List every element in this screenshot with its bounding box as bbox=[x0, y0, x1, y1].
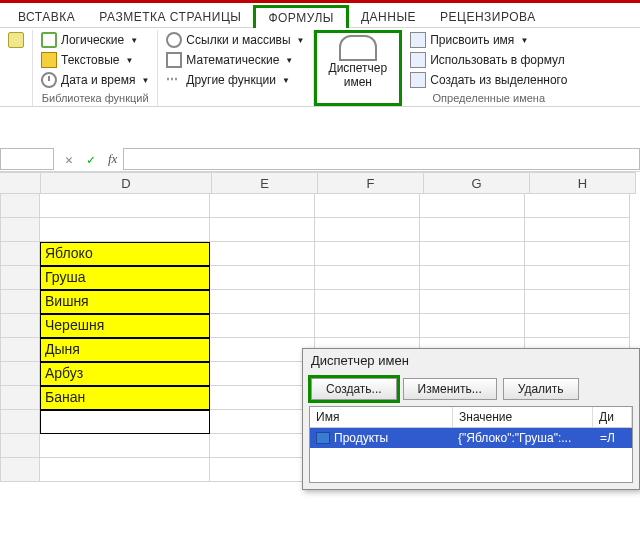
cell[interactable]: Вишня bbox=[40, 290, 210, 314]
cell[interactable] bbox=[210, 266, 315, 290]
tab-data[interactable]: ДАННЫЕ bbox=[349, 7, 428, 27]
cell[interactable] bbox=[210, 290, 315, 314]
cell[interactable] bbox=[525, 314, 630, 338]
cell[interactable] bbox=[420, 290, 525, 314]
cell[interactable] bbox=[315, 242, 420, 266]
tab-formulas[interactable]: ФОРМУЛЫ bbox=[253, 5, 349, 28]
name-manager-label-2: имен bbox=[344, 75, 372, 89]
datetime-button[interactable]: Дата и время▼ bbox=[37, 70, 153, 90]
chevron-down-icon: ▼ bbox=[282, 76, 290, 85]
cell[interactable] bbox=[420, 242, 525, 266]
math-button[interactable]: Математические▼ bbox=[162, 50, 308, 70]
cell[interactable]: Груша bbox=[40, 266, 210, 290]
cell[interactable]: Яблоко bbox=[40, 242, 210, 266]
row-header[interactable] bbox=[0, 338, 40, 362]
row-header[interactable] bbox=[0, 434, 40, 458]
cell[interactable] bbox=[210, 362, 315, 386]
fx-label[interactable]: fx bbox=[102, 151, 123, 167]
col-name-header[interactable]: Имя bbox=[310, 407, 453, 427]
tab-insert[interactable]: ВСТАВКА bbox=[6, 7, 87, 27]
chevron-down-icon: ▼ bbox=[297, 36, 305, 45]
cell[interactable] bbox=[525, 242, 630, 266]
cell[interactable] bbox=[210, 338, 315, 362]
cell[interactable] bbox=[525, 194, 630, 218]
col-value-header[interactable]: Значение bbox=[453, 407, 593, 427]
cancel-button[interactable]: ✕ bbox=[58, 152, 80, 167]
more-functions-button[interactable]: ⋯Другие функции▼ bbox=[162, 70, 308, 90]
cell[interactable] bbox=[420, 194, 525, 218]
col-header-e[interactable]: E bbox=[212, 172, 318, 194]
cell[interactable] bbox=[420, 314, 525, 338]
col-header-blank[interactable] bbox=[0, 172, 41, 194]
create-from-selection-label: Создать из выделенного bbox=[430, 73, 567, 87]
cell[interactable] bbox=[210, 386, 315, 410]
cell[interactable] bbox=[315, 218, 420, 242]
row-header[interactable] bbox=[0, 362, 40, 386]
cell[interactable] bbox=[40, 434, 210, 458]
name-row-selected[interactable]: Продукты {"Яблоко":"Груша":... =Л bbox=[310, 428, 632, 448]
cell[interactable] bbox=[40, 410, 210, 434]
row-header[interactable] bbox=[0, 386, 40, 410]
row-header[interactable] bbox=[0, 314, 40, 338]
cell[interactable] bbox=[315, 290, 420, 314]
col-header-d[interactable]: D bbox=[41, 172, 212, 194]
cell[interactable] bbox=[315, 314, 420, 338]
edit-name-button[interactable]: Изменить... bbox=[403, 378, 497, 400]
cell[interactable] bbox=[525, 266, 630, 290]
lookup-button[interactable]: Ссылки и массивы▼ bbox=[162, 30, 308, 50]
cell[interactable]: Дыня bbox=[40, 338, 210, 362]
delete-name-button[interactable]: Удалить bbox=[503, 378, 579, 400]
datetime-label: Дата и время bbox=[61, 73, 135, 87]
tab-review[interactable]: РЕЦЕНЗИРОВА bbox=[428, 7, 548, 27]
cell[interactable] bbox=[210, 314, 315, 338]
enter-button[interactable]: ✓ bbox=[80, 152, 102, 167]
cell[interactable] bbox=[210, 218, 315, 242]
name-manager-button[interactable]: Диспетчер имен bbox=[321, 33, 396, 91]
col-header-h[interactable]: H bbox=[530, 172, 636, 194]
cell[interactable] bbox=[315, 266, 420, 290]
cell[interactable] bbox=[210, 410, 315, 434]
cell[interactable] bbox=[210, 242, 315, 266]
create-name-button[interactable]: Создать... bbox=[311, 378, 397, 400]
cell[interactable] bbox=[40, 458, 210, 482]
tab-page-layout[interactable]: РАЗМЕТКА СТРАНИЦЫ bbox=[87, 7, 253, 27]
text-button[interactable]: Текстовые▼ bbox=[37, 50, 153, 70]
name-row-scope: =Л bbox=[594, 428, 632, 448]
formula-input[interactable] bbox=[123, 148, 640, 170]
cell[interactable] bbox=[315, 194, 420, 218]
cell[interactable]: Черешня bbox=[40, 314, 210, 338]
define-name-button[interactable]: Присвоить имя▼ bbox=[406, 30, 571, 50]
col-scope-header[interactable]: Ди bbox=[593, 407, 632, 427]
logical-button[interactable]: Логические▼ bbox=[37, 30, 153, 50]
more-label: Другие функции bbox=[186, 73, 276, 87]
col-header-g[interactable]: G bbox=[424, 172, 530, 194]
create-from-selection-button[interactable]: Создать из выделенного bbox=[406, 70, 571, 90]
cell[interactable]: Арбуз bbox=[40, 362, 210, 386]
cell[interactable] bbox=[420, 266, 525, 290]
cell[interactable] bbox=[210, 194, 315, 218]
row-header[interactable] bbox=[0, 218, 40, 242]
row-header[interactable] bbox=[0, 458, 40, 482]
insert-function-button[interactable] bbox=[4, 30, 28, 50]
cell[interactable]: Банан bbox=[40, 386, 210, 410]
cell[interactable] bbox=[40, 218, 210, 242]
name-manager-icon bbox=[339, 35, 377, 61]
name-tag-icon bbox=[316, 432, 330, 444]
cell[interactable] bbox=[210, 458, 315, 482]
col-header-f[interactable]: F bbox=[318, 172, 424, 194]
row-header[interactable] bbox=[0, 194, 40, 218]
function-library-group-label: Библиотека функций bbox=[37, 90, 153, 104]
cell[interactable] bbox=[420, 218, 525, 242]
cell[interactable] bbox=[525, 290, 630, 314]
row-header[interactable] bbox=[0, 290, 40, 314]
cell[interactable] bbox=[525, 218, 630, 242]
cell[interactable] bbox=[210, 434, 315, 458]
names-list: Имя Значение Ди Продукты {"Яблоко":"Груш… bbox=[309, 406, 633, 483]
name-box[interactable] bbox=[0, 148, 54, 170]
name-manager-highlight: Диспетчер имен bbox=[314, 30, 403, 106]
row-header[interactable] bbox=[0, 410, 40, 434]
cell[interactable] bbox=[40, 194, 210, 218]
row-header[interactable] bbox=[0, 266, 40, 290]
row-header[interactable] bbox=[0, 242, 40, 266]
use-in-formula-button[interactable]: Использовать в формул bbox=[406, 50, 571, 70]
